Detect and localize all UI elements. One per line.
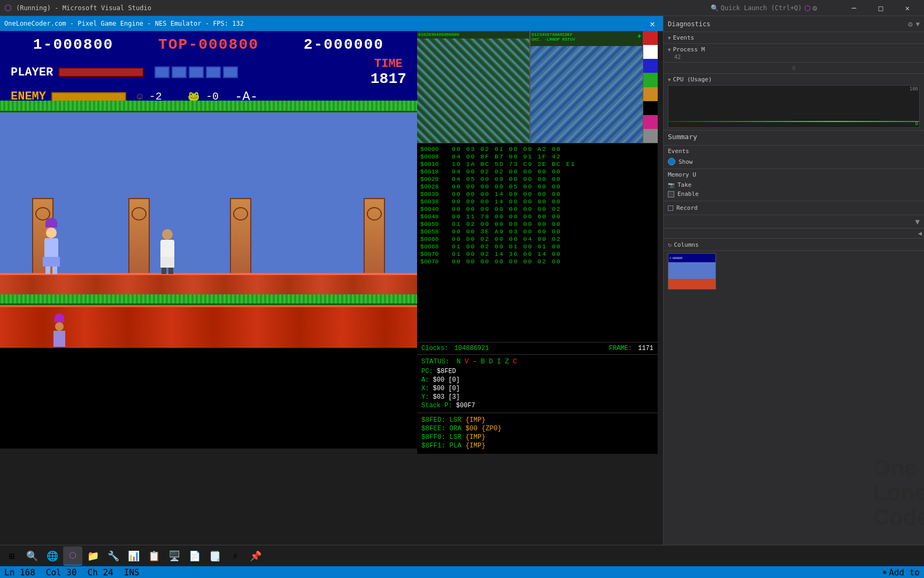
take-label: Take bbox=[677, 181, 692, 188]
disasm-line-0: $8FED: LSR {IMP} bbox=[421, 416, 653, 424]
take-option: 📷 Take bbox=[668, 180, 920, 189]
events-header: ▼ Events bbox=[668, 34, 920, 41]
refresh-icon[interactable]: ↻ bbox=[668, 241, 672, 248]
hex-bytes-15: 00 00 00 00 00 00 02 00 bbox=[452, 258, 561, 265]
reg-x: X: $00 [0] bbox=[421, 385, 653, 392]
palette-green bbox=[643, 73, 658, 87]
hex-bytes-1: 04 00 8F B7 00 91 1F 42 bbox=[452, 153, 561, 160]
process-section: ▼ Process M 42 bbox=[664, 44, 924, 63]
record-radio[interactable] bbox=[668, 206, 673, 211]
gear-icon[interactable]: ⚙ bbox=[908, 20, 912, 28]
status-label: STATUS: bbox=[421, 358, 450, 366]
process-header: ▼ Process M bbox=[668, 46, 920, 53]
debug-panel: 0102030405060800 0123456789AXCDEF GHI. -… bbox=[417, 31, 658, 454]
platform-area bbox=[0, 112, 417, 294]
disasm-addr-3: $8FF1: bbox=[421, 442, 445, 450]
hex-addr-7: $0038 bbox=[420, 198, 450, 205]
zoom-button[interactable]: + bbox=[637, 32, 642, 41]
pattern-table-right: 0123456789AXCDEF GHI. -LMNOP RSTUV bbox=[530, 31, 643, 143]
show-radio[interactable] bbox=[668, 158, 675, 165]
sky-bg bbox=[0, 112, 417, 294]
p1-head bbox=[46, 227, 57, 238]
olc-line2: Lone bbox=[873, 481, 924, 505]
disasm-instr-2: LSR bbox=[450, 434, 462, 441]
enemy-health-bar bbox=[51, 92, 126, 102]
emulator-content: 1-000800 TOP-000800 2-000000 PLAYER bbox=[0, 31, 663, 551]
disasm-line-2: $8FF0: LSR {IMP} bbox=[421, 434, 653, 441]
taskbar-browser[interactable]: 🌐 bbox=[43, 546, 62, 566]
vs-toolbar-icon1[interactable]: ⬡ bbox=[804, 4, 811, 12]
taskbar-search[interactable]: 🔍 bbox=[22, 546, 42, 566]
hex-addr-0: $0000 bbox=[420, 146, 450, 153]
disasm-line-1: $8FEE: ORA $00 {ZP0} bbox=[421, 425, 653, 432]
taskbar-tool7[interactable]: ⚡ bbox=[226, 546, 245, 566]
game-canvas: 1-000800 TOP-000800 2-000000 PLAYER bbox=[0, 31, 417, 448]
taskbar-vs[interactable]: ⬡ bbox=[63, 546, 82, 566]
pattern-noise-right bbox=[530, 46, 643, 143]
status-c: C bbox=[513, 358, 517, 366]
status-ch: Ch 24 bbox=[88, 567, 113, 577]
columns-button[interactable]: Columns bbox=[674, 241, 698, 248]
frame-label: FRAME: bbox=[609, 345, 632, 352]
status-line: Ln 168 bbox=[4, 567, 35, 577]
status-space1: V bbox=[465, 358, 469, 366]
taskbar-tool1[interactable]: 🔧 bbox=[104, 546, 123, 566]
hex-coords-left: 0102030405060800 bbox=[417, 31, 529, 38]
hex-bytes-3: 04 00 02 02 00 00 00 00 bbox=[452, 168, 561, 175]
taskbar-tool6[interactable]: 🗒️ bbox=[205, 546, 225, 566]
hex-label-right1: 0123456789AXCDEF bbox=[532, 32, 573, 37]
title-bar-controls: ─ □ ✕ bbox=[842, 0, 920, 16]
bottom-grass bbox=[0, 294, 417, 305]
olc-area: One Lone Code bbox=[664, 292, 924, 551]
pillar-cap-4 bbox=[367, 207, 382, 220]
taskbar-start[interactable]: ⊞ bbox=[2, 546, 21, 566]
taskbar-tool5[interactable]: 📄 bbox=[185, 546, 204, 566]
dropdown-icon[interactable]: ▼ bbox=[916, 20, 920, 28]
life-box-5 bbox=[223, 66, 238, 78]
quick-launch-label[interactable]: Quick Launch (Ctrl+Q) bbox=[721, 4, 802, 12]
taskbar-tool4[interactable]: 🖥️ bbox=[165, 546, 184, 566]
add-to-label[interactable]: Add to bbox=[889, 567, 920, 577]
hex-row-12: $006000 00 02 00 00 04 00 02 bbox=[420, 235, 654, 242]
pattern-overlay-left bbox=[417, 39, 529, 143]
hex-addr-10: $0050 bbox=[420, 220, 450, 227]
chevron-cpu: ▼ bbox=[668, 77, 671, 82]
taskbar-tool8[interactable]: 📌 bbox=[246, 546, 265, 566]
hex-row-3: $001804 00 02 02 00 00 00 00 bbox=[420, 168, 654, 175]
process-value: 42 bbox=[674, 54, 920, 60]
taskbar-explorer[interactable]: 📁 bbox=[83, 546, 103, 566]
panel-chevron-down[interactable]: ▼ bbox=[915, 217, 920, 226]
palette-red bbox=[643, 31, 658, 45]
clocks-label: Clocks: bbox=[421, 345, 448, 352]
hex-addr-3: $0018 bbox=[420, 168, 450, 175]
enable-option: Enable bbox=[668, 189, 920, 199]
hex-row-8: $004000 00 00 00 00 00 00 02 bbox=[420, 206, 654, 212]
minimize-button[interactable]: ─ bbox=[842, 0, 866, 16]
palette-white bbox=[643, 45, 658, 59]
maximize-button[interactable]: □ bbox=[868, 0, 893, 16]
vs-toolbar-icon2[interactable]: ⚙ bbox=[813, 4, 817, 12]
hex-addr-14: $0070 bbox=[420, 250, 450, 257]
record-option: Record bbox=[668, 203, 920, 212]
hex-bytes-6: 00 00 00 14 00 00 00 00 bbox=[452, 191, 561, 197]
palette-orange bbox=[643, 87, 658, 101]
p1-leg-right bbox=[52, 267, 57, 274]
hex-row-14: $007001 00 02 14 36 00 14 00 bbox=[420, 250, 654, 257]
enable-checkbox[interactable] bbox=[668, 191, 674, 197]
emulator-close-button[interactable]: ✕ bbox=[646, 17, 659, 30]
pillar-cap-2 bbox=[132, 207, 147, 220]
memory-header: Memory U bbox=[668, 171, 920, 178]
taskbar-tool3[interactable]: 📋 bbox=[144, 546, 164, 566]
taskbar-tool2[interactable]: 📊 bbox=[124, 546, 143, 566]
collapse-icon[interactable]: ◀ bbox=[918, 230, 922, 237]
status-col: Col 30 bbox=[46, 567, 77, 577]
pattern-overlay-right bbox=[530, 46, 643, 143]
events-sub-section: Events Show bbox=[664, 145, 924, 169]
hex-row-10: $005001 02 00 00 00 00 00 00 bbox=[420, 220, 654, 227]
cpu-header: ▼ CPU (Usage) bbox=[668, 76, 920, 83]
close-button[interactable]: ✕ bbox=[895, 0, 920, 16]
olc-line1: One bbox=[873, 455, 924, 480]
add-to-area: ⊕ Add to bbox=[883, 567, 920, 577]
search-icon: 🔍 bbox=[711, 4, 719, 12]
disasm-addr-2: $8FF0: bbox=[421, 434, 445, 441]
